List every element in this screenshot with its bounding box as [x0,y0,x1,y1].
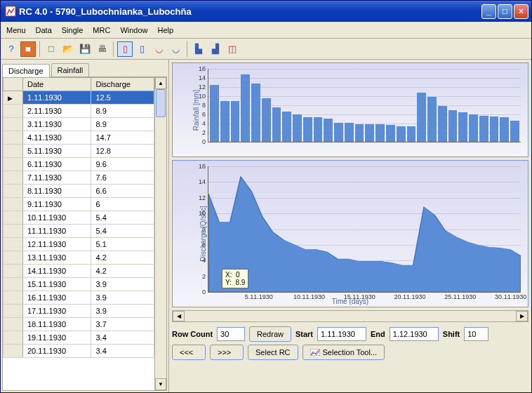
row-header[interactable] [4,291,23,305]
table-row[interactable]: 16.11.19303.9 [4,291,154,305]
table-row[interactable]: 7.11.19307.6 [4,171,154,185]
cell-discharge[interactable]: 6.6 [91,185,154,198]
bar[interactable] [448,110,458,142]
chart2-icon[interactable]: ▟ [208,41,223,57]
row-header[interactable] [4,105,23,118]
menu-mrc[interactable]: MRC [93,26,110,34]
row-header[interactable] [4,211,23,225]
scroll-thumb[interactable] [156,89,166,117]
close-button[interactable]: × [514,4,528,19]
bar[interactable] [262,98,271,142]
table-row[interactable]: 4.11.193014.7 [4,131,154,145]
bar[interactable] [220,101,230,142]
cell-discharge[interactable]: 14.7 [91,131,154,145]
cell-date[interactable]: 14.11.1930 [23,265,91,278]
bar[interactable] [510,121,519,142]
row-header[interactable] [4,145,23,158]
maximize-button[interactable]: □ [498,4,512,19]
cell-date[interactable]: 2.11.1930 [23,105,91,118]
menu-help[interactable]: Help [158,26,174,34]
row-header[interactable] [4,158,23,171]
cell-discharge[interactable]: 5.1 [91,238,154,251]
bar[interactable] [231,101,240,142]
cell-discharge[interactable]: 12.5 [91,91,154,105]
open-icon[interactable]: 📂 [60,41,76,57]
cell-discharge[interactable]: 8.9 [91,105,154,118]
menu-data[interactable]: Data [36,26,52,34]
print-icon[interactable]: 🖶 [94,41,109,57]
table-row[interactable]: 9.11.19306 [4,198,154,211]
bar[interactable] [251,84,260,142]
row-header[interactable] [4,198,23,211]
row-header[interactable] [4,118,23,131]
cell-date[interactable]: 4.11.1930 [23,131,91,145]
bar[interactable] [365,124,374,142]
bar[interactable] [427,97,437,142]
row-header[interactable] [4,265,23,278]
cell-date[interactable]: 5.11.1930 [23,145,91,158]
discharge-chart[interactable]: Discharge [Q/sec] 02468101214165.11.1930… [172,160,528,307]
next-page-button[interactable]: >>> [210,345,244,360]
cell-discharge[interactable]: 5.4 [91,211,154,225]
cell-date[interactable]: 8.11.1930 [23,185,91,198]
table-row[interactable]: 1.11.193012.5 [4,91,154,105]
cell-discharge[interactable]: 4.2 [91,251,154,265]
table-row[interactable]: 6.11.19309.6 [4,158,154,171]
table-row[interactable]: 14.11.19304.2 [4,265,154,278]
table-row[interactable]: 5.11.193012.8 [4,145,154,158]
cell-discharge[interactable]: 3.9 [91,291,154,305]
table-row[interactable]: 13.11.19304.2 [4,251,154,265]
cell-discharge[interactable]: 6 [91,198,154,211]
cell-date[interactable]: 18.11.1930 [23,318,91,331]
bar[interactable] [500,117,509,142]
table-row[interactable]: 8.11.19306.6 [4,185,154,198]
grid-vscrollbar[interactable]: ▲ ▼ [154,77,166,390]
selection-tool-button[interactable]: Selection Tool... [302,345,385,360]
row-header[interactable] [4,91,23,105]
bar[interactable] [355,124,364,142]
row-header[interactable] [4,131,23,145]
table-row[interactable]: 18.11.19303.7 [4,318,154,331]
table-row[interactable]: 17.11.19303.9 [4,305,154,318]
start-input[interactable] [317,327,366,341]
table-row[interactable]: 3.11.19308.9 [4,118,154,131]
cell-date[interactable]: 7.11.1930 [23,171,91,185]
bar[interactable] [241,74,250,142]
scroll-left-icon[interactable]: ◀ [173,311,185,321]
table-row[interactable]: 11.11.19305.4 [4,225,154,238]
row-count-input[interactable] [217,327,245,341]
prev-page-button[interactable]: <<< [172,345,206,360]
shift-input[interactable] [464,327,488,341]
cell-discharge[interactable]: 3.7 [91,318,154,331]
cell-date[interactable]: 11.11.1930 [23,225,91,238]
cell-date[interactable]: 19.11.1930 [23,331,91,345]
bar[interactable] [210,85,219,142]
cell-discharge[interactable]: 4.2 [91,265,154,278]
table-row[interactable]: 10.11.19305.4 [4,211,154,225]
scroll-down-icon[interactable]: ▼ [155,378,166,390]
cell-date[interactable]: 6.11.1930 [23,158,91,171]
bar[interactable] [490,116,499,142]
bar[interactable] [469,114,478,142]
row-header[interactable] [4,238,23,251]
cell-discharge[interactable]: 3.4 [91,345,154,358]
row-header[interactable] [4,278,23,291]
cell-discharge[interactable]: 12.8 [91,145,154,158]
tab-discharge[interactable]: Discharge [2,64,50,77]
sheet-red-icon[interactable]: ▯ [117,41,133,57]
select-rc-button[interactable]: Select RC [248,345,298,360]
bar[interactable] [345,123,354,142]
menu-single[interactable]: Single [62,26,84,34]
cell-date[interactable]: 3.11.1930 [23,118,91,131]
cell-date[interactable]: 10.11.1930 [23,211,91,225]
table-row[interactable]: 2.11.19308.9 [4,105,154,118]
minimize-button[interactable]: _ [481,4,496,19]
col-discharge[interactable]: Discharge [91,78,154,91]
bar[interactable] [407,126,416,142]
redraw-button[interactable]: Redraw [249,326,291,342]
rainfall-chart[interactable]: Rainfall [mm] 0246810121416 [172,62,528,157]
cell-date[interactable]: 12.11.1930 [23,238,91,251]
cell-discharge[interactable]: 5.4 [91,225,154,238]
cell-discharge[interactable]: 3.9 [91,278,154,291]
scroll-right-icon[interactable]: ▶ [516,311,528,321]
